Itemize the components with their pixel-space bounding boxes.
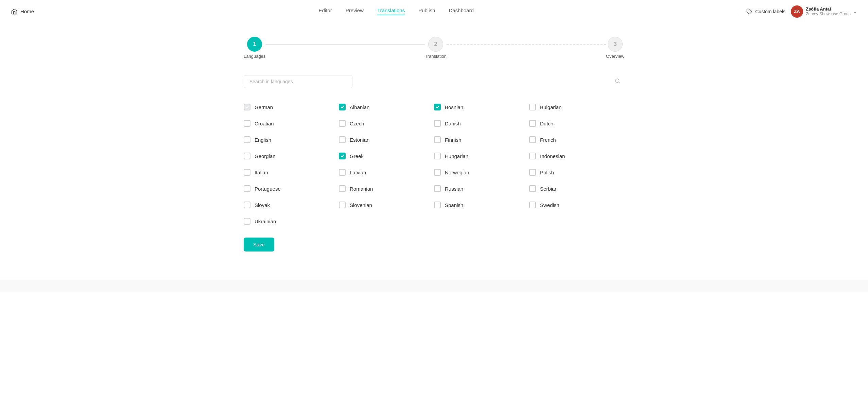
- nav-link-translations[interactable]: Translations: [377, 7, 405, 15]
- checkbox-albanian[interactable]: [339, 104, 346, 110]
- save-button[interactable]: Save: [244, 238, 274, 251]
- lang-label-hungarian: Hungarian: [445, 153, 468, 159]
- lang-item-italian[interactable]: Italian: [244, 164, 339, 180]
- lang-item-georgian[interactable]: Georgian: [244, 148, 339, 164]
- nav-link-editor[interactable]: Editor: [318, 7, 332, 15]
- lang-label-latvian: Latvian: [350, 170, 366, 175]
- checkbox-estonian[interactable]: [339, 136, 346, 143]
- checkbox-serbian[interactable]: [529, 185, 536, 192]
- lang-item-romanian[interactable]: Romanian: [339, 180, 434, 197]
- checkbox-spanish[interactable]: [434, 202, 441, 208]
- checkbox-bulgarian[interactable]: [529, 104, 536, 110]
- home-link[interactable]: Home: [11, 8, 34, 15]
- search-container: [244, 75, 624, 88]
- lang-label-indonesian: Indonesian: [540, 153, 565, 159]
- search-input[interactable]: [244, 75, 352, 88]
- checkbox-hungarian[interactable]: [434, 153, 441, 159]
- checkbox-slovak[interactable]: [244, 202, 250, 208]
- lang-item-slovenian[interactable]: Slovenian: [339, 197, 434, 213]
- checkbox-georgian[interactable]: [244, 153, 250, 159]
- checkbox-italian[interactable]: [244, 169, 250, 176]
- lang-item-estonian[interactable]: Estonian: [339, 132, 434, 148]
- lang-item-english[interactable]: English: [244, 132, 339, 148]
- languages-grid: German Albanian Bosnian Bulgarian: [244, 99, 624, 229]
- lang-item-polish[interactable]: Polish: [529, 164, 624, 180]
- checkbox-greek[interactable]: [339, 153, 346, 159]
- checkbox-czech[interactable]: [339, 120, 346, 127]
- nav-link-preview[interactable]: Preview: [346, 7, 364, 15]
- checkbox-polish[interactable]: [529, 169, 536, 176]
- checkbox-dutch[interactable]: [529, 120, 536, 127]
- lang-item-greek[interactable]: Greek: [339, 148, 434, 164]
- lang-label-spanish: Spanish: [445, 202, 463, 208]
- checkbox-french[interactable]: [529, 136, 536, 143]
- step-3-circle: 3: [608, 37, 623, 52]
- lang-item-norwegian[interactable]: Norwegian: [434, 164, 529, 180]
- step-connector-1: [265, 44, 425, 45]
- lang-item-serbian[interactable]: Serbian: [529, 180, 624, 197]
- lang-label-greek: Greek: [350, 153, 364, 159]
- nav-link-publish[interactable]: Publish: [418, 7, 435, 15]
- checkbox-indonesian[interactable]: [529, 153, 536, 159]
- lang-item-spanish[interactable]: Spanish: [434, 197, 529, 213]
- lang-item-albanian[interactable]: Albanian: [339, 99, 434, 115]
- user-org: Zurvey Showcase Group: [806, 12, 851, 16]
- lang-item-indonesian[interactable]: Indonesian: [529, 148, 624, 164]
- footer-bar: [0, 279, 868, 292]
- lang-item-finnish[interactable]: Finnish: [434, 132, 529, 148]
- lang-label-romanian: Romanian: [350, 186, 373, 192]
- checkbox-russian[interactable]: [434, 185, 441, 192]
- lang-item-latvian[interactable]: Latvian: [339, 164, 434, 180]
- lang-item-russian[interactable]: Russian: [434, 180, 529, 197]
- user-menu[interactable]: ZA Zsófia Antal Zurvey Showcase Group ⌄: [791, 5, 857, 18]
- lang-label-georgian: Georgian: [255, 153, 276, 159]
- checkbox-danish[interactable]: [434, 120, 441, 127]
- checkbox-latvian[interactable]: [339, 169, 346, 176]
- lang-item-ukrainian[interactable]: Ukrainian: [244, 213, 339, 229]
- checkbox-portuguese[interactable]: [244, 185, 250, 192]
- lang-item-croatian[interactable]: Croatian: [244, 115, 339, 132]
- checkbox-finnish[interactable]: [434, 136, 441, 143]
- lang-label-danish: Danish: [445, 121, 461, 126]
- checkbox-swedish[interactable]: [529, 202, 536, 208]
- nav-link-dashboard[interactable]: Dashboard: [449, 7, 473, 15]
- checkbox-english[interactable]: [244, 136, 250, 143]
- user-name: Zsófia Antal: [806, 6, 851, 12]
- custom-labels-label: Custom labels: [755, 9, 785, 14]
- user-info: Zsófia Antal Zurvey Showcase Group: [806, 6, 851, 16]
- chevron-down-icon: ⌄: [853, 8, 857, 15]
- lang-item-slovak[interactable]: Slovak: [244, 197, 339, 213]
- checkbox-croatian[interactable]: [244, 120, 250, 127]
- checkbox-bosnian[interactable]: [434, 104, 441, 110]
- lang-item-french[interactable]: French: [529, 132, 624, 148]
- step-translation: 2 Translation: [425, 37, 447, 59]
- check-icon: [245, 105, 249, 109]
- custom-labels-button[interactable]: Custom labels: [738, 8, 785, 15]
- lang-item-bosnian[interactable]: Bosnian: [434, 99, 529, 115]
- lang-label-polish: Polish: [540, 170, 554, 175]
- lang-item-swedish[interactable]: Swedish: [529, 197, 624, 213]
- lang-label-slovak: Slovak: [255, 202, 270, 208]
- lang-item-dutch[interactable]: Dutch: [529, 115, 624, 132]
- lang-label-bulgarian: Bulgarian: [540, 104, 561, 110]
- checkbox-romanian[interactable]: [339, 185, 346, 192]
- lang-item-hungarian[interactable]: Hungarian: [434, 148, 529, 164]
- lang-label-serbian: Serbian: [540, 186, 558, 192]
- tag-icon: [746, 8, 752, 15]
- lang-item-danish[interactable]: Danish: [434, 115, 529, 132]
- lang-label-czech: Czech: [350, 121, 364, 126]
- checkbox-norwegian[interactable]: [434, 169, 441, 176]
- check-icon: [435, 105, 439, 109]
- lang-item-portuguese[interactable]: Portuguese: [244, 180, 339, 197]
- nav-links: EditorPreviewTranslationsPublishDashboar…: [54, 7, 738, 15]
- checkbox-slovenian[interactable]: [339, 202, 346, 208]
- lang-label-estonian: Estonian: [350, 137, 369, 143]
- checkbox-ukrainian[interactable]: [244, 218, 250, 225]
- lang-item-czech[interactable]: Czech: [339, 115, 434, 132]
- lang-label-german: German: [255, 104, 273, 110]
- lang-item-german[interactable]: German: [244, 99, 339, 115]
- lang-label-english: English: [255, 137, 271, 143]
- steps-indicator: 1 Languages 2 Translation 3 Overview: [244, 37, 624, 59]
- search-icon: [615, 78, 620, 85]
- lang-item-bulgarian[interactable]: Bulgarian: [529, 99, 624, 115]
